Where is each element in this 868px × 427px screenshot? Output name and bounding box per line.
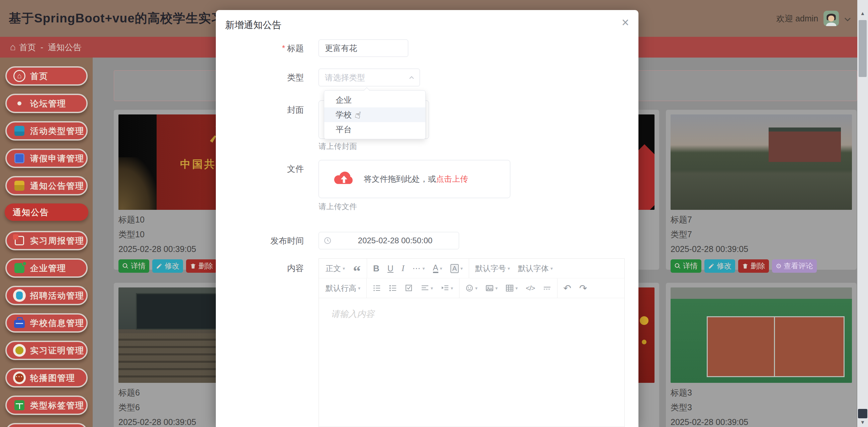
- emoji-menu[interactable]: ▾: [461, 278, 482, 298]
- image-menu[interactable]: ▾: [482, 278, 502, 298]
- paragraph-style-menu[interactable]: 正文▾: [321, 259, 349, 278]
- undo-icon[interactable]: ↶: [559, 278, 575, 298]
- card-detail-label: 详情: [131, 261, 146, 271]
- font-family-menu[interactable]: 默认字体▾: [514, 259, 557, 278]
- type-option-platform[interactable]: 平台: [324, 122, 425, 137]
- edit-icon: [156, 263, 163, 269]
- code-block-button[interactable]: </>: [522, 278, 539, 298]
- sidebar-item-label: 学校信息管理: [30, 317, 84, 329]
- user-area[interactable]: 欢迎 admin: [776, 0, 851, 37]
- required-asterisk: *: [282, 43, 285, 53]
- redo-icon[interactable]: ↷: [575, 278, 591, 298]
- publish-time-picker[interactable]: 2025-02-28 00:50:00: [318, 232, 459, 249]
- card-detail-button[interactable]: 详情: [119, 260, 149, 273]
- card-edit-button[interactable]: 修改: [704, 260, 735, 273]
- todo-list-icon[interactable]: [401, 278, 417, 298]
- sidebar-item[interactable]: 实习证明管理: [5, 341, 88, 360]
- publish-time-value: 2025-02-28 00:50:00: [332, 236, 459, 245]
- scroll-up-arrow-icon[interactable]: ▲: [857, 8, 868, 18]
- carousel-icon: [13, 371, 26, 384]
- cursor-hand-icon: ☝: [354, 109, 362, 121]
- toolbar-separator: [557, 278, 557, 298]
- scrollbar-thumb[interactable]: [859, 20, 867, 77]
- divider-button[interactable]: [539, 278, 555, 298]
- click-upload-link[interactable]: 点击上传: [436, 174, 468, 183]
- file-field-label: 文件: [216, 160, 311, 177]
- card-delete-button[interactable]: 删除: [186, 260, 217, 273]
- sidebar-item[interactable]: 实习周报管理: [5, 231, 88, 250]
- indent-menu[interactable]: ▾: [437, 278, 457, 298]
- table-menu[interactable]: ▾: [502, 278, 522, 298]
- more-styles-menu[interactable]: ⋯▾: [409, 259, 429, 278]
- align-menu[interactable]: ▾: [417, 278, 437, 298]
- breadcrumb-separator: -: [40, 42, 43, 52]
- notice-card: 标题7 类型7 2025-02-28 00:39:05 详情修改删除⚙查看评论: [666, 110, 857, 270]
- sidebar-item-label: 活动类型管理: [30, 125, 84, 136]
- edit-icon: [708, 263, 715, 269]
- blue-circle-icon: [13, 289, 26, 302]
- cover-field-label: 封面: [216, 101, 311, 119]
- quote-icon[interactable]: “: [349, 259, 365, 278]
- sidebar-item[interactable]: 企业管理: [5, 258, 88, 278]
- breadcrumb-home[interactable]: 首页: [19, 42, 36, 53]
- modal-title: 新增通知公告: [225, 19, 281, 31]
- line-height-menu[interactable]: 默认行高▾: [321, 278, 364, 298]
- home-icon: ⌂: [13, 70, 25, 82]
- card-edit-button[interactable]: 修改: [152, 260, 183, 273]
- type-option-school[interactable]: 学校 ☝: [324, 108, 425, 122]
- dot-icon: [18, 101, 22, 105]
- sidebar-item-partial[interactable]: [5, 423, 88, 427]
- file-upload-dropzone[interactable]: 将文件拖到此处，或点击上传: [318, 160, 510, 198]
- card-detail-button[interactable]: 详情: [671, 260, 701, 273]
- numbered-list-icon[interactable]: [385, 278, 401, 298]
- sidebar-item[interactable]: 学校信息管理: [5, 313, 88, 333]
- card-delete-label: 删除: [750, 261, 765, 271]
- drop-text: 将文件拖到此处，或: [364, 174, 436, 183]
- chevron-down-icon[interactable]: [844, 14, 851, 24]
- sidebar-item[interactable]: 通知公告: [5, 204, 88, 221]
- editor-placeholder: 请输入内容: [331, 308, 374, 320]
- underline-button[interactable]: U: [383, 259, 398, 278]
- sidebar-item-label: 论坛管理: [30, 98, 66, 109]
- sidebar-item-label: 请假申请管理: [30, 153, 84, 164]
- card-edit-label: 修改: [165, 261, 179, 271]
- avatar[interactable]: [824, 11, 839, 26]
- sidebar-item[interactable]: 类型标签管理: [5, 396, 88, 415]
- editor-toolbar-row1: 正文▾ “ B U I ⋯▾ A▾ A▾ 默认字号▾ 默认字体▾: [319, 259, 624, 278]
- type-option-enterprise[interactable]: 企业: [324, 93, 425, 108]
- scrollbar[interactable]: ▲ ▼: [857, 0, 868, 427]
- toolbar-separator: [469, 259, 469, 278]
- sidebar-item[interactable]: 论坛管理: [5, 94, 88, 113]
- rich-text-editor: 正文▾ “ B U I ⋯▾ A▾ A▾ 默认字号▾ 默认字体▾ 默认行高▾: [318, 258, 625, 427]
- card-delete-button[interactable]: 删除: [738, 260, 769, 273]
- bold-button[interactable]: B: [369, 259, 383, 278]
- bullet-list-icon[interactable]: [369, 278, 385, 298]
- sidebar-item[interactable]: 请假申请管理: [5, 149, 88, 168]
- close-icon[interactable]: ×: [622, 16, 629, 29]
- content-field-label: 内容: [216, 258, 311, 278]
- gold-notice-icon: [14, 181, 24, 191]
- card-title: 标题7: [671, 214, 852, 224]
- card-comments-button[interactable]: ⚙查看评论: [772, 260, 817, 273]
- font-color-menu[interactable]: A▾: [429, 259, 446, 278]
- sidebar-item[interactable]: 通知公告管理: [5, 176, 88, 195]
- card-comments-label: 查看评论: [784, 261, 813, 271]
- editor-content-area[interactable]: 请输入内容: [319, 298, 624, 427]
- welcome-text: 欢迎 admin: [776, 13, 818, 24]
- bg-color-menu[interactable]: A▾: [446, 259, 467, 278]
- title-input[interactable]: [319, 43, 408, 53]
- italic-button[interactable]: I: [398, 259, 409, 278]
- green-square-icon: [14, 263, 24, 273]
- upload-cloud-icon: [333, 170, 355, 188]
- sidebar-item-label: 轮播图管理: [30, 372, 75, 384]
- blue-crop-icon: [14, 153, 24, 163]
- font-size-menu[interactable]: 默认字号▾: [471, 259, 514, 278]
- sidebar-item[interactable]: 活动类型管理: [5, 121, 88, 141]
- type-select[interactable]: 请选择类型: [318, 69, 420, 86]
- sidebar-item[interactable]: ⌂首页: [5, 66, 88, 86]
- sidebar-item[interactable]: 招聘活动管理: [5, 286, 88, 305]
- card-type: 类型7: [671, 229, 852, 239]
- sidebar-item[interactable]: 轮播图管理: [5, 368, 88, 388]
- card-title: 标题3: [671, 388, 852, 398]
- scroll-down-arrow-icon[interactable]: ▼: [857, 417, 868, 427]
